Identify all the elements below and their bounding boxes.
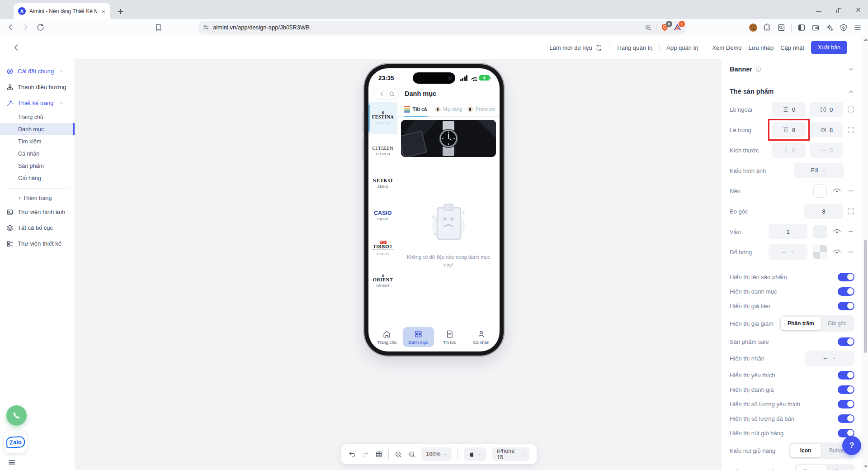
zoom-in-button[interactable]: [395, 450, 402, 459]
segment-vertical[interactable]: Dọc: [827, 465, 853, 470]
grid-toggle-button[interactable]: [375, 450, 382, 459]
zoom-level-dropdown[interactable]: 100%: [421, 447, 452, 461]
call-fab[interactable]: [6, 405, 27, 426]
back-search-pill[interactable]: [374, 88, 399, 100]
inner-margin-horizontal-input[interactable]: 8: [810, 122, 843, 138]
tab-all[interactable]: Tất cả: [400, 102, 431, 116]
extensions-icon[interactable]: [763, 24, 771, 32]
sidebar-item-navbar[interactable]: Thanh điều hướng: [0, 79, 75, 95]
url-bar[interactable]: aimini.vn/app/design-app/Jb05R3WB 6 1: [198, 21, 686, 34]
page-menu-icon[interactable]: [6, 458, 17, 466]
segment-percent[interactable]: Phần trăm: [781, 317, 821, 330]
show-rating-toggle[interactable]: [838, 385, 854, 394]
banner-section-header[interactable]: Banner: [730, 60, 854, 79]
outer-margin-horizontal-input[interactable]: 0: [810, 102, 843, 117]
url-text[interactable]: aimini.vn/app/design-app/Jb05R3WB: [213, 24, 641, 31]
search-icon[interactable]: [389, 91, 395, 97]
show-category-toggle[interactable]: [838, 287, 854, 296]
minus-icon[interactable]: [847, 248, 854, 256]
shadow-dropdown[interactable]: --: [769, 244, 807, 260]
search-in-page-icon[interactable]: [777, 24, 785, 32]
browser-menu-icon[interactable]: [854, 24, 862, 32]
inner-margin-vertical-input[interactable]: 8: [772, 122, 806, 138]
zalo-fab[interactable]: Zalo: [4, 431, 27, 453]
width-input[interactable]: 0: [810, 142, 843, 158]
page-zoom-icon[interactable]: [645, 24, 652, 31]
brand-item-citizen[interactable]: CITIZEN CITIZEN: [368, 134, 397, 167]
sidebar-toggle-icon[interactable]: [797, 24, 806, 32]
height-input[interactable]: 0: [772, 142, 806, 158]
window-maximize-button[interactable]: [835, 6, 841, 13]
brave-shield-button[interactable]: 6: [660, 23, 669, 32]
sidebar-page-search[interactable]: Tìm kiếm: [0, 135, 75, 147]
scrollbar-thumb[interactable]: [864, 240, 867, 353]
show-sold-count-toggle[interactable]: [838, 414, 854, 423]
browser-back-button[interactable]: [6, 23, 15, 32]
bookmark-icon[interactable]: [154, 23, 163, 32]
border-color-swatch[interactable]: [813, 225, 827, 238]
brand-item-seiko[interactable]: SEIKO SEIKO: [368, 167, 397, 199]
extension-triangle-button[interactable]: 1: [673, 23, 682, 32]
sidebar-item-image-library[interactable]: Thư viện hình ảnh: [0, 204, 75, 220]
tab-premium[interactable]: Premium: [466, 102, 497, 116]
ai-sparkle-icon[interactable]: [826, 24, 834, 32]
segment-icon[interactable]: Icon: [790, 444, 821, 457]
help-fab[interactable]: ?: [842, 436, 861, 455]
sidebar-item-all-layouts[interactable]: Tất cả bố cục: [0, 220, 75, 236]
show-favorite-count-toggle[interactable]: [838, 400, 854, 408]
border-width-input[interactable]: 1: [769, 224, 807, 239]
brand-item-casio[interactable]: CASIO CASIO: [368, 199, 397, 232]
window-minimize-button[interactable]: [815, 6, 821, 13]
nav-profile[interactable]: Cá nhân: [466, 327, 497, 347]
show-price-toggle[interactable]: [838, 302, 854, 310]
brand-item-orient[interactable]: ♛ORIENT ORIENT: [368, 265, 397, 297]
eye-icon[interactable]: [833, 228, 841, 236]
sidebar-page-product[interactable]: Sản phẩm: [0, 160, 75, 172]
device-dropdown[interactable]: iPhone 15: [492, 447, 529, 461]
minus-icon[interactable]: [847, 187, 854, 195]
scroll-down-arrow[interactable]: [864, 465, 868, 468]
back-button[interactable]: [12, 43, 21, 52]
browser-forward-button[interactable]: [21, 23, 30, 32]
zoom-out-button[interactable]: [408, 450, 415, 459]
save-draft-button[interactable]: Lưu nháp: [748, 44, 774, 51]
sidebar-item-design-library[interactable]: Thư viện thiết kế: [0, 236, 75, 252]
new-tab-button[interactable]: [117, 8, 124, 15]
vpn-shield-icon[interactable]: [840, 24, 848, 32]
nav-home[interactable]: Trang chủ: [371, 327, 403, 347]
product-card-section-header[interactable]: Thẻ sản phẩm: [730, 81, 854, 102]
sidebar-item-page-design[interactable]: Thiết kế trang: [0, 95, 75, 111]
label-dropdown[interactable]: --: [805, 351, 854, 366]
admin-page-button[interactable]: Trang quản trị: [616, 44, 652, 51]
background-color-swatch[interactable]: [813, 184, 827, 198]
sidebar-item-general-settings[interactable]: Cài đặt chung: [0, 63, 75, 79]
sidebar-page-profile[interactable]: Cá nhân: [0, 147, 75, 160]
show-favorite-toggle[interactable]: [838, 371, 854, 380]
site-settings-icon[interactable]: [203, 24, 209, 31]
shadow-color-swatch[interactable]: [813, 245, 827, 259]
wallet-icon[interactable]: [811, 24, 820, 32]
admin-app-button[interactable]: App quản trị: [666, 44, 698, 51]
refresh-data-button[interactable]: Làm mới dữ liệu: [549, 44, 602, 51]
back-chevron-icon[interactable]: [379, 91, 385, 97]
image-style-dropdown[interactable]: Fill: [794, 163, 844, 178]
tab-gold-plated[interactable]: Mạ vàng: [433, 102, 464, 116]
expand-icon[interactable]: [847, 126, 854, 133]
update-button[interactable]: Cập nhật: [780, 44, 804, 51]
page-scrollbar[interactable]: [863, 36, 868, 470]
sidebar-page-category[interactable]: Danh mục: [0, 123, 75, 135]
view-demo-button[interactable]: Xem Demo: [712, 44, 741, 51]
cookie-icon[interactable]: [749, 24, 757, 32]
segment-original-price[interactable]: Giá gốc: [821, 317, 853, 330]
sidebar-page-cart[interactable]: Giỏ hàng: [0, 172, 75, 184]
eye-icon[interactable]: [833, 248, 841, 256]
expand-icon[interactable]: [847, 106, 854, 113]
publish-button[interactable]: Xuất bản: [811, 41, 847, 54]
platform-dropdown[interactable]: [464, 447, 486, 461]
window-close-button[interactable]: [855, 6, 862, 13]
outer-margin-vertical-input[interactable]: 0: [772, 102, 806, 117]
expand-icon[interactable]: [847, 208, 854, 215]
segment-horizontal[interactable]: Ngang: [797, 465, 827, 470]
add-page-button[interactable]: + Thêm trang: [0, 192, 75, 204]
watch-banner-image[interactable]: [401, 120, 496, 157]
